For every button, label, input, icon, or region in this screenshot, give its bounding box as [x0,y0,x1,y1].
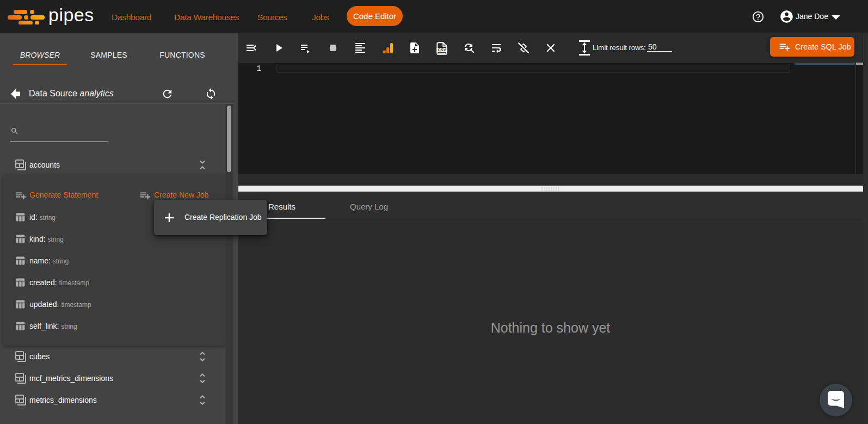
svg-text:CSV: CSV [438,47,446,52]
svg-text:?: ? [756,13,760,21]
